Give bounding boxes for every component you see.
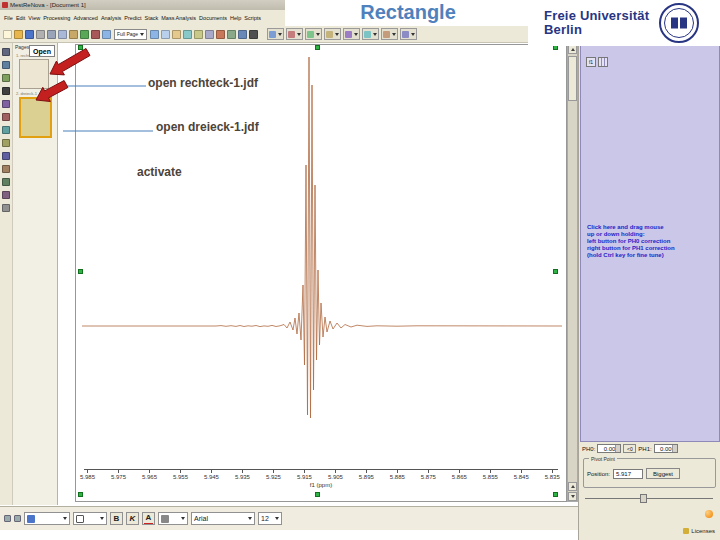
menu-item[interactable]: Predict xyxy=(124,15,141,21)
text-tool-icon[interactable] xyxy=(249,30,258,39)
phase-drag-area[interactable]: f1 Click here and drag mouseup or down h… xyxy=(580,44,720,442)
biggest-button[interactable]: Biggest xyxy=(646,468,680,479)
phasing-panel: f1 Click here and drag mouseup or down h… xyxy=(578,44,720,540)
ellipse-tool-icon[interactable] xyxy=(2,139,10,147)
text-box-dropdown[interactable] xyxy=(73,512,107,525)
scroll-up-icon[interactable] xyxy=(568,482,577,491)
molecule-icon[interactable] xyxy=(238,30,247,39)
rectangle-tool-icon[interactable] xyxy=(2,126,10,134)
polygon-tool-icon[interactable] xyxy=(2,152,10,160)
pan-icon[interactable] xyxy=(172,30,181,39)
bold-button[interactable]: B xyxy=(110,512,123,525)
document-page[interactable]: 5.9855.9755.9655.9555.9455.9355.9255.915… xyxy=(75,44,567,502)
grid-icon[interactable] xyxy=(598,57,608,67)
integration-dropdown[interactable] xyxy=(324,28,341,40)
open-file-icon[interactable] xyxy=(14,30,23,39)
pivot-slider[interactable] xyxy=(585,494,713,503)
zoom-level-dropdown[interactable]: Full Page xyxy=(114,29,147,40)
text-annotation-icon[interactable] xyxy=(2,87,10,95)
line-tool-icon[interactable] xyxy=(2,100,10,108)
zoom-tool-icon[interactable] xyxy=(2,61,10,69)
slider-track xyxy=(585,498,713,499)
selection-handle[interactable] xyxy=(78,492,83,497)
grid-icon[interactable] xyxy=(205,30,214,39)
ph1-input[interactable]: 0.00 xyxy=(654,444,678,453)
ph0-input[interactable]: 0.00 xyxy=(597,444,621,453)
selection-handle[interactable] xyxy=(315,492,320,497)
assignment-dropdown[interactable] xyxy=(381,28,398,40)
page-thumbnail[interactable] xyxy=(19,59,49,89)
format-dropdown[interactable] xyxy=(158,512,188,525)
menu-item[interactable]: Scripts xyxy=(244,15,261,21)
selection-handle[interactable] xyxy=(553,269,558,274)
undo-icon[interactable] xyxy=(80,30,89,39)
table-icon[interactable] xyxy=(227,30,236,39)
italic-button[interactable]: K xyxy=(126,512,139,525)
menu-item[interactable]: Documents xyxy=(199,15,227,21)
pointer-tool-icon[interactable] xyxy=(2,48,10,56)
text-box-icon xyxy=(76,515,84,523)
scroll-down-icon[interactable] xyxy=(568,492,577,501)
annotation-style-dropdown[interactable] xyxy=(24,512,70,525)
licenses-link[interactable]: Licenses xyxy=(683,528,715,534)
menu-item[interactable]: View xyxy=(28,15,40,21)
processing-tools-dropdown[interactable] xyxy=(267,28,284,40)
zoom-in-icon[interactable] xyxy=(102,30,111,39)
annotation-open-rechteck: open rechteck-1.jdf xyxy=(148,76,258,90)
chart-tool-icon[interactable] xyxy=(2,191,10,199)
eraser-tool-icon[interactable] xyxy=(2,204,10,212)
font-size-dropdown[interactable]: 12 xyxy=(258,512,282,525)
font-family-dropdown[interactable]: Arial xyxy=(191,512,255,525)
font-color-button[interactable]: A xyxy=(142,512,155,525)
page-mini-icon[interactable] xyxy=(4,515,11,522)
menu-item[interactable]: Mass Analysis xyxy=(161,15,196,21)
print-icon[interactable] xyxy=(36,30,45,39)
menu-item[interactable]: Stack xyxy=(144,15,158,21)
position-input[interactable]: 5.917 xyxy=(613,469,643,479)
axis-tick-label: 5.855 xyxy=(483,470,498,480)
annotation-activate: activate xyxy=(137,165,182,179)
crosshair-icon[interactable] xyxy=(183,30,192,39)
menu-item[interactable]: Help xyxy=(230,15,241,21)
peak-picking-dropdown[interactable] xyxy=(343,28,360,40)
scrollbar-thumb[interactable] xyxy=(568,56,577,101)
scroll-up-icon[interactable] xyxy=(568,45,577,54)
axis-tick-label: 5.895 xyxy=(359,470,374,480)
table-tool-icon[interactable] xyxy=(2,178,10,186)
save-icon[interactable] xyxy=(25,30,34,39)
redo-icon[interactable] xyxy=(91,30,100,39)
fit-page-icon[interactable] xyxy=(161,30,170,39)
cut-icon[interactable] xyxy=(47,30,56,39)
multiplet-dropdown[interactable] xyxy=(362,28,379,40)
selection-handle[interactable] xyxy=(78,269,83,274)
paste-icon[interactable] xyxy=(69,30,78,39)
f1-button[interactable]: f1 xyxy=(586,57,596,67)
layers-mini-icon[interactable] xyxy=(14,515,21,522)
zoom-out-icon[interactable] xyxy=(150,30,159,39)
menu-item[interactable]: Advanced xyxy=(73,15,97,21)
menu-item[interactable]: File xyxy=(4,15,13,21)
slider-thumb[interactable] xyxy=(640,494,647,503)
new-document-icon[interactable] xyxy=(3,30,12,39)
menu-item[interactable]: Analysis xyxy=(101,15,121,21)
pages-panel: Pages × Open 1. rechteck-1 2. dreieck-1 xyxy=(13,43,58,505)
phase-reset-button[interactable]: <0 xyxy=(623,444,636,453)
selection-handle[interactable] xyxy=(78,45,83,50)
copy-icon[interactable] xyxy=(58,30,67,39)
pan-tool-icon[interactable] xyxy=(2,74,10,82)
spectrum-icon[interactable] xyxy=(216,30,225,39)
arrow-tool-icon[interactable] xyxy=(2,113,10,121)
menu-item[interactable]: Processing xyxy=(43,15,70,21)
image-tool-icon[interactable] xyxy=(2,165,10,173)
view-options-dropdown[interactable] xyxy=(400,28,417,40)
menu-item[interactable]: Edit xyxy=(16,15,25,21)
axis-tick-label: 5.965 xyxy=(142,470,157,480)
vertical-scrollbar[interactable] xyxy=(567,44,578,502)
phase-correction-dropdown[interactable] xyxy=(286,28,303,40)
selection-handle[interactable] xyxy=(315,45,320,50)
baseline-dropdown[interactable] xyxy=(305,28,322,40)
page-thumbnail-selected[interactable] xyxy=(19,97,52,138)
ruler-icon[interactable] xyxy=(194,30,203,39)
toolbar-group-icon xyxy=(269,31,276,38)
selection-handle[interactable] xyxy=(553,492,558,497)
